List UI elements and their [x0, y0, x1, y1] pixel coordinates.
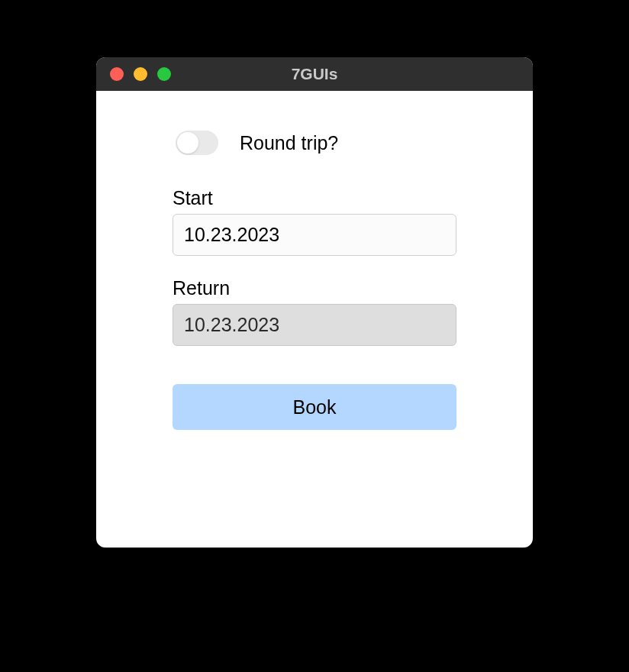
zoom-icon[interactable] — [157, 67, 171, 81]
app-window: 7GUIs Round trip? Start Return Book — [96, 57, 533, 548]
minimize-icon[interactable] — [134, 67, 147, 81]
start-date-input[interactable] — [173, 214, 456, 256]
traffic-lights — [96, 67, 171, 81]
return-label: Return — [173, 277, 456, 299]
toggle-knob-icon — [177, 132, 198, 153]
round-trip-label: Round trip? — [240, 132, 338, 154]
content-area: Round trip? Start Return Book — [96, 91, 533, 430]
start-label: Start — [173, 187, 456, 209]
round-trip-toggle[interactable] — [176, 131, 218, 155]
close-icon[interactable] — [110, 67, 124, 81]
start-field-group: Start — [173, 187, 456, 256]
round-trip-row: Round trip? — [173, 131, 456, 155]
return-field-group: Return — [173, 277, 456, 346]
book-button[interactable]: Book — [173, 384, 456, 430]
return-date-input — [173, 304, 456, 346]
titlebar: 7GUIs — [96, 57, 533, 91]
